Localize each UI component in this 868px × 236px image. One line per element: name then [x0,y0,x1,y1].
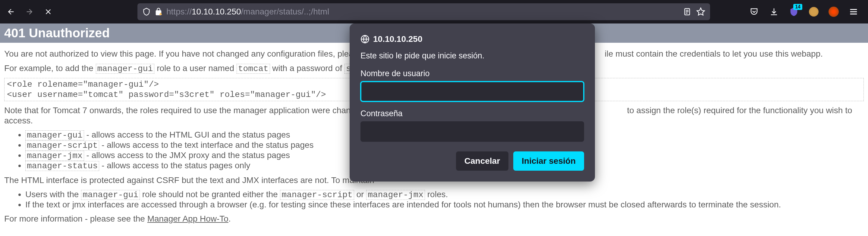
auth-dialog: 10.10.10.250 Este sitio le pide que inic… [350,24,595,181]
content-area: 401 Unauthorized You are not authorized … [0,24,868,236]
close-button[interactable] [43,7,53,16]
extension-shield-icon[interactable]: 14 [788,6,799,17]
lock-warning-icon[interactable] [154,7,163,16]
back-button[interactable] [6,7,16,16]
globe-icon [361,35,370,44]
nav-buttons [6,7,53,16]
dialog-buttons: Cancelar Iniciar sesión [361,151,584,171]
bookmark-star-icon[interactable] [696,7,705,16]
badge-count: 14 [793,4,802,10]
menu-icon[interactable] [848,6,859,17]
url-bar[interactable]: https://10.10.10.250/manager/status/..;/… [137,3,710,20]
username-label: Nombre de usuario [361,69,584,78]
browser-toolbar: https://10.10.10.250/manager/status/..;/… [0,0,868,24]
username-input[interactable] [361,81,584,102]
svg-marker-4 [697,8,705,15]
download-icon[interactable] [769,6,779,17]
shield-icon [142,7,151,16]
forward-button[interactable] [25,7,34,16]
toolbar-right: 14 [749,6,862,17]
url-text: https://10.10.10.250/manager/status/..;/… [166,7,679,16]
password-label: Contraseña [361,109,584,118]
pocket-icon[interactable] [749,6,760,17]
password-input[interactable] [361,121,584,142]
url-right-icons [683,7,705,16]
dialog-prompt: Este sitio le pide que inicie sesión. [361,51,584,61]
fox-extension-icon[interactable] [828,6,839,17]
login-button[interactable]: Iniciar sesión [513,151,584,171]
dialog-host: 10.10.10.250 [361,34,584,44]
cancel-button[interactable]: Cancelar [456,151,508,171]
reader-mode-icon[interactable] [683,7,691,16]
cookie-extension-icon[interactable] [808,6,819,17]
